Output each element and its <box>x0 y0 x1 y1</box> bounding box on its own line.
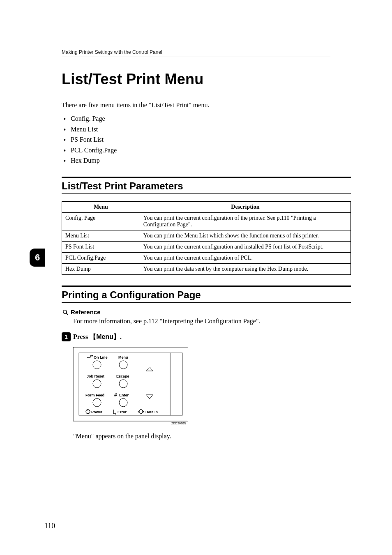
page-number: 110 <box>44 522 55 530</box>
table-cell: Menu List <box>62 230 140 241</box>
form-feed-label: Form Feed <box>85 393 104 397</box>
chapter-tab: 6 <box>30 249 45 267</box>
table-cell: Hex Dump <box>62 263 140 274</box>
list-item: Hex Dump <box>62 155 351 166</box>
magnifier-icon <box>62 309 69 316</box>
section-heading-parameters: List/Test Print Parameters <box>62 177 351 194</box>
step-suffix: . <box>120 333 122 340</box>
menu-label: Menu <box>118 355 128 359</box>
table-row: Config. Page You can print the current c… <box>62 212 351 230</box>
list-item: Menu List <box>62 124 351 135</box>
section-heading-config-page: Printing a Configuration Page <box>62 286 351 303</box>
table-header-menu: Menu <box>62 201 140 212</box>
svg-point-14 <box>119 398 127 407</box>
reference-label: Reference <box>71 309 101 315</box>
table-cell: Config. Page <box>62 212 140 230</box>
intro-paragraph: There are five menu items in the "List/T… <box>62 100 351 110</box>
escape-label: Escape <box>116 374 129 378</box>
parameters-table: Menu Description Config. Page You can pr… <box>62 201 351 275</box>
enter-label: Enter <box>119 393 129 397</box>
table-cell: PCL Config.Page <box>62 252 140 263</box>
bracket-icon: 】 <box>113 333 120 340</box>
svg-marker-8 <box>146 367 153 371</box>
table-cell: PS Font List <box>62 241 140 252</box>
table-row: Menu List You can print the Menu List wh… <box>62 230 351 241</box>
svg-point-9 <box>93 380 101 388</box>
step-caption: "Menu" appears on the panel display. <box>73 433 351 440</box>
menu-items-list: Config. Page Menu List PS Font List PCL … <box>62 113 351 166</box>
svg-marker-11 <box>146 395 153 399</box>
table-header-description: Description <box>140 201 350 212</box>
table-cell: You can print the current configuration … <box>140 252 350 263</box>
data-in-label: Data In <box>145 410 158 414</box>
step-prefix: Press <box>73 333 90 340</box>
svg-rect-2 <box>73 347 188 421</box>
table-cell: You can print the current configuration … <box>140 212 350 230</box>
table-cell: You can print the data sent by the compu… <box>140 263 350 274</box>
error-label: Error <box>118 410 127 414</box>
on-line-label: On Line <box>94 355 108 359</box>
table-row: PCL Config.Page You can print the curren… <box>62 252 351 263</box>
svg-text:#: # <box>114 392 117 398</box>
power-label: Power <box>91 410 103 414</box>
svg-line-1 <box>66 313 68 315</box>
list-item: Config. Page <box>62 113 351 124</box>
table-row: Hex Dump You can print the data sent by … <box>62 263 351 274</box>
svg-point-7 <box>119 361 127 369</box>
reference-text: For more information, see p.112 "Interpr… <box>73 318 351 325</box>
reference-heading: Reference <box>62 309 351 316</box>
svg-point-10 <box>119 380 127 388</box>
figure-code: ZDDS020N <box>171 422 186 425</box>
step-number-badge: 1 <box>62 332 71 341</box>
table-cell: You can print the current configuration … <box>140 241 350 252</box>
svg-rect-3 <box>79 353 170 415</box>
svg-point-12 <box>93 398 101 407</box>
step-key: Menu <box>96 333 113 340</box>
step-text: Press 【Menu】. <box>73 333 122 341</box>
table-cell: You can print the Menu List which shows … <box>140 230 350 241</box>
svg-rect-4 <box>170 353 182 415</box>
table-row: PS Font List You can print the current c… <box>62 241 351 252</box>
list-item: PCL Config.Page <box>62 145 351 156</box>
job-reset-label: Job Reset <box>87 374 104 378</box>
control-panel-figure: On Line Menu Job Reset Escape Form Feed … <box>73 347 351 427</box>
bracket-icon: 【 <box>90 333 96 340</box>
list-item: PS Font List <box>62 134 351 145</box>
svg-point-6 <box>93 361 101 369</box>
step-1: 1 Press 【Menu】. <box>62 332 351 341</box>
page-title: List/Test Print Menu <box>62 71 351 88</box>
running-header: Making Printer Settings with the Control… <box>62 49 330 57</box>
